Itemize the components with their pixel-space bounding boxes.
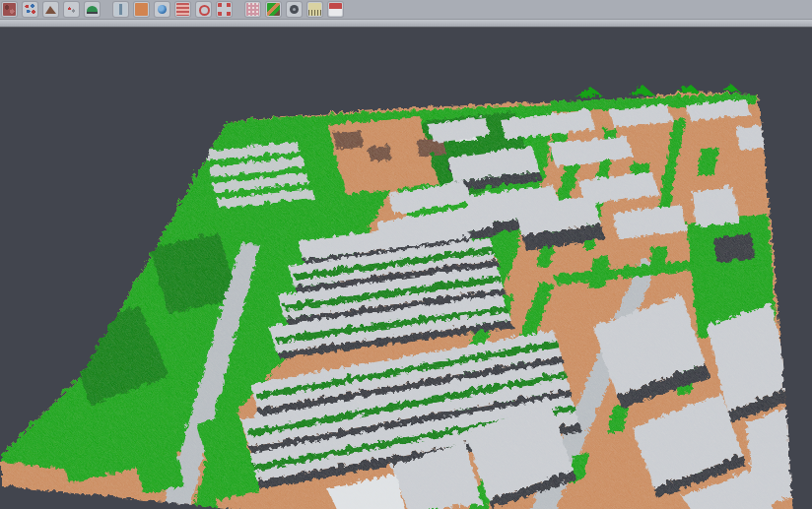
terrain-model-icon — [44, 3, 57, 16]
world-view-icon — [156, 3, 169, 16]
surface-model-button[interactable] — [85, 2, 100, 17]
world-view-button[interactable] — [155, 2, 169, 17]
vegetation-patch — [627, 83, 653, 94]
render-settings-icon — [288, 3, 301, 16]
scene-canvas[interactable] — [0, 0, 812, 509]
classification-view-icon — [267, 3, 280, 16]
open-project-button[interactable] — [2, 2, 17, 17]
terrain-model-button[interactable] — [43, 2, 58, 17]
render-settings-button[interactable] — [287, 2, 302, 17]
zoom-extents-button[interactable] — [217, 2, 232, 17]
measure-tool-button[interactable] — [307, 2, 322, 17]
point-selection-button[interactable] — [64, 2, 79, 17]
profile-view-button[interactable] — [113, 2, 128, 17]
elevation-bands-icon — [176, 3, 189, 16]
toolbar — [0, 0, 812, 20]
zoom-extents-icon — [218, 3, 231, 16]
surface-model-icon — [86, 3, 99, 16]
delete-tool-button[interactable] — [328, 2, 343, 17]
point-noise-overlay — [0, 0, 812, 509]
vegetation-patch — [719, 83, 739, 91]
vegetation-patch — [574, 85, 601, 95]
open-project-icon — [3, 3, 16, 16]
toolbar-icon-group — [2, 2, 343, 17]
orthoimage-button[interactable] — [134, 2, 149, 17]
point-cloud-button[interactable] — [23, 2, 37, 17]
orthoimage-icon — [135, 3, 148, 16]
circle-select-button[interactable] — [196, 2, 211, 17]
measure-tool-icon — [308, 3, 321, 16]
point-cloud-icon — [24, 3, 36, 16]
elevation-bands-button[interactable] — [175, 2, 190, 17]
grid-toggle-icon — [246, 3, 259, 16]
delete-tool-icon — [329, 3, 342, 16]
terrain-mesh — [0, 0, 812, 509]
viewport-3d — [0, 0, 812, 509]
toolbar-separator — [0, 20, 812, 28]
circle-select-icon — [197, 3, 210, 16]
vegetation-patch — [676, 82, 699, 92]
point-selection-icon — [65, 3, 78, 16]
application-window — [0, 0, 812, 509]
grid-toggle-button[interactable] — [245, 2, 260, 17]
classification-view-button[interactable] — [266, 2, 281, 17]
profile-view-icon — [114, 3, 127, 16]
